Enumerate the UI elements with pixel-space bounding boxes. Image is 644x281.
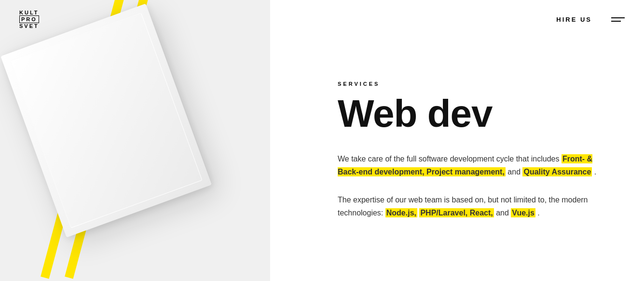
decorative-card-inner xyxy=(10,13,202,228)
desc1-text1: We take care of the full software develo… xyxy=(338,155,560,163)
hire-us-button[interactable]: HIRE US xyxy=(556,16,592,23)
page-title: Web dev xyxy=(338,94,615,133)
desc1-end: . xyxy=(594,168,596,176)
hamburger-line-1 xyxy=(611,17,625,18)
logo-line3: SVET xyxy=(19,23,39,29)
desc2-end: . xyxy=(537,209,539,217)
logo-line1: KULT xyxy=(19,10,39,15)
desc2-and: and xyxy=(496,209,509,217)
highlight-2: Quality Assurance xyxy=(522,167,592,176)
header: KULT PRO SVET HIRE US xyxy=(0,0,644,39)
services-label: SERVICES xyxy=(338,81,615,87)
right-section: SERVICES Web dev We take care of the ful… xyxy=(299,0,644,281)
header-nav: HIRE US xyxy=(556,16,625,23)
highlight-4: PHP/Laravel, React, xyxy=(419,208,493,217)
logo-line2: PRO xyxy=(19,15,39,23)
highlight-5: Vue.js xyxy=(511,208,535,217)
description-1: We take care of the full software develo… xyxy=(338,152,603,178)
hamburger-menu-button[interactable] xyxy=(611,17,625,22)
hamburger-line-2 xyxy=(611,21,621,22)
highlight-3: Node.js, xyxy=(385,208,417,217)
left-section xyxy=(0,0,270,281)
decorative-card xyxy=(0,3,212,237)
description-2: The expertise of our web team is based o… xyxy=(338,193,603,219)
desc1-and: and xyxy=(507,168,521,176)
logo: KULT PRO SVET xyxy=(19,10,39,29)
